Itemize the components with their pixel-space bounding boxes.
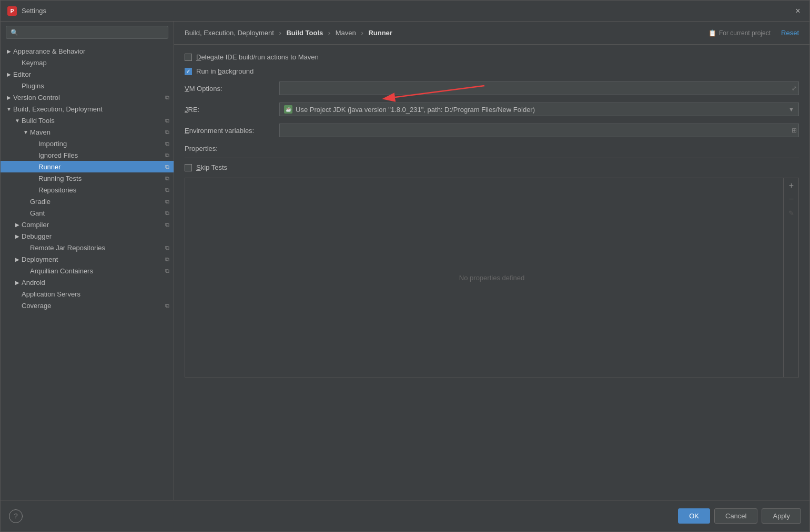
skip-tests-text: Skip Tests <box>196 163 227 171</box>
expand-icon[interactable]: ⤢ <box>792 85 797 92</box>
vm-options-input-wrap: ⤢ <box>279 81 799 95</box>
copy-icon: ⧉ <box>165 94 169 101</box>
help-button[interactable]: ? <box>9 509 23 523</box>
sidebar-item-keymap[interactable]: Keymap <box>1 57 174 68</box>
copy-icon: ⧉ <box>165 256 169 263</box>
app-icon: P <box>7 6 17 16</box>
sidebar-item-debugger[interactable]: ▶ Debugger <box>1 230 174 242</box>
sidebar-item-gant[interactable]: Gant ⧉ <box>1 207 174 219</box>
run-background-checkbox[interactable] <box>185 68 192 75</box>
delegate-label-text: Delegate IDE build/run actions to Maven <box>196 53 319 61</box>
cancel-button[interactable]: Cancel <box>714 508 757 524</box>
arrow-icon: ▶ <box>13 255 22 263</box>
sidebar-item-repositories[interactable]: Repositories ⧉ <box>1 184 174 196</box>
arrow-icon: ▶ <box>13 232 22 240</box>
sidebar-item-plugins[interactable]: Plugins <box>1 80 174 91</box>
jre-select-text: Use Project JDK (java version "1.8.0_231… <box>296 106 785 114</box>
no-properties-text: No properties defined <box>459 274 524 282</box>
arrow-icon: ▼ <box>13 116 22 125</box>
env-variables-input[interactable] <box>279 124 799 137</box>
apply-button[interactable]: Apply <box>762 508 801 524</box>
dialog-title: Settings <box>22 7 793 15</box>
properties-label: Properties: <box>185 145 799 152</box>
jre-row: JRE: ☕ Use Project JDK (java version "1.… <box>185 103 799 116</box>
search-input[interactable] <box>21 28 164 36</box>
run-background-checkbox-row: Run in background <box>185 67 799 75</box>
skip-tests-label[interactable]: Skip Tests <box>185 163 227 171</box>
sidebar-item-ignored-files[interactable]: Ignored Files ⧉ <box>1 149 174 161</box>
reset-link[interactable]: Reset <box>781 29 799 37</box>
close-button[interactable]: × <box>793 6 803 16</box>
env-variables-label: Environment variables: <box>185 127 279 135</box>
arrow-icon: ▶ <box>13 278 22 287</box>
sidebar-item-appearance[interactable]: ▶ Appearance & Behavior <box>1 45 174 57</box>
sidebar-item-version-control[interactable]: ▶ Version Control ⧉ <box>1 91 174 103</box>
copy-icon: ⧉ <box>165 175 169 182</box>
svg-text:P: P <box>11 8 14 14</box>
main-content: 🔍 ▶ Appearance & Behavior Keymap ▶ Edito… <box>1 22 809 500</box>
bottom-bar: ? OK Cancel Apply <box>1 500 809 531</box>
copy-icon: ⧉ <box>165 163 169 170</box>
jre-icon: ☕ <box>284 105 292 114</box>
jre-dropdown-arrow: ▼ <box>788 106 794 112</box>
vm-options-row: VM Options: ⤢ <box>185 81 799 95</box>
delegate-checkbox-row: Delegate IDE build/run actions to Maven <box>185 53 799 61</box>
env-variables-input-wrap: ⊞ <box>279 124 799 137</box>
properties-toolbar: + − ✎ <box>783 178 799 377</box>
copy-icon: ⧉ <box>165 117 169 124</box>
copy-icon: ⧉ <box>165 187 169 193</box>
env-expand-icon[interactable]: ⊞ <box>792 127 797 134</box>
arrow-icon: ▶ <box>5 70 13 78</box>
copy-icon: ⧉ <box>165 244 169 251</box>
sidebar-item-arquillian[interactable]: Arquillian Containers ⧉ <box>1 265 174 277</box>
copy-icon: ⧉ <box>165 221 169 228</box>
env-variables-row: Environment variables: ⊞ <box>185 124 799 137</box>
copy-icon: ⧉ <box>165 140 169 147</box>
properties-area: No properties defined <box>185 178 799 377</box>
sidebar-item-importing[interactable]: Importing ⧉ <box>1 138 174 149</box>
copy-icon: ⧉ <box>165 198 169 205</box>
project-icon: 📋 <box>708 29 716 37</box>
right-panel: Build, Execution, Deployment › Build Too… <box>174 22 809 500</box>
add-property-button[interactable]: + <box>786 180 797 191</box>
sidebar-item-coverage[interactable]: Coverage ⧉ <box>1 300 174 311</box>
copy-icon: ⧉ <box>165 268 169 274</box>
delegate-checkbox[interactable] <box>185 54 192 61</box>
sidebar-item-remote-jar[interactable]: Remote Jar Repositories ⧉ <box>1 242 174 253</box>
sidebar-item-android[interactable]: ▶ Android <box>1 277 174 288</box>
title-bar: P Settings × <box>1 1 809 22</box>
search-box[interactable]: 🔍 <box>6 26 168 39</box>
arrow-icon: ▼ <box>5 105 13 113</box>
skip-tests-row: Skip Tests <box>185 163 799 171</box>
sidebar-item-maven[interactable]: ▼ Maven ⧉ <box>1 126 174 138</box>
settings-content: Delegate IDE build/run actions to Maven … <box>174 45 809 500</box>
jre-select[interactable]: ☕ Use Project JDK (java version "1.8.0_2… <box>279 103 799 116</box>
search-icon: 🔍 <box>11 29 18 36</box>
copy-icon: ⧉ <box>165 152 169 159</box>
copy-icon: ⧉ <box>165 210 169 217</box>
arrow-icon: ▶ <box>13 220 22 229</box>
sidebar-item-build-execution[interactable]: ▼ Build, Execution, Deployment <box>1 103 174 115</box>
run-background-checkbox-label[interactable]: Run in background <box>185 67 254 75</box>
arrow-icon: ▶ <box>5 47 13 55</box>
sidebar-item-deployment[interactable]: ▶ Deployment ⧉ <box>1 253 174 265</box>
sidebar-item-runner[interactable]: Runner ⧉ <box>1 161 174 172</box>
sidebar-item-app-servers[interactable]: Application Servers <box>1 288 174 300</box>
properties-divider <box>185 158 799 158</box>
sidebar-item-editor[interactable]: ▶ Editor <box>1 68 174 80</box>
sidebar-tree: ▶ Appearance & Behavior Keymap ▶ Editor … <box>1 43 174 500</box>
run-background-label-text: Run in background <box>196 67 254 75</box>
arrow-icon: ▶ <box>5 93 13 101</box>
vm-options-input[interactable] <box>279 81 799 95</box>
jre-label: JRE: <box>185 106 279 114</box>
arrow-icon: ▼ <box>22 128 30 136</box>
delegate-checkbox-label[interactable]: Delegate IDE build/run actions to Maven <box>185 53 319 61</box>
sidebar-item-compiler[interactable]: ▶ Compiler ⧉ <box>1 219 174 230</box>
edit-property-button[interactable]: ✎ <box>786 207 797 219</box>
skip-tests-checkbox[interactable] <box>185 164 192 171</box>
sidebar-item-gradle[interactable]: Gradle ⧉ <box>1 196 174 207</box>
ok-button[interactable]: OK <box>678 508 710 524</box>
remove-property-button[interactable]: − <box>786 193 797 205</box>
sidebar-item-running-tests[interactable]: Running Tests ⧉ <box>1 172 174 184</box>
sidebar-item-build-tools[interactable]: ▼ Build Tools ⧉ <box>1 115 174 126</box>
